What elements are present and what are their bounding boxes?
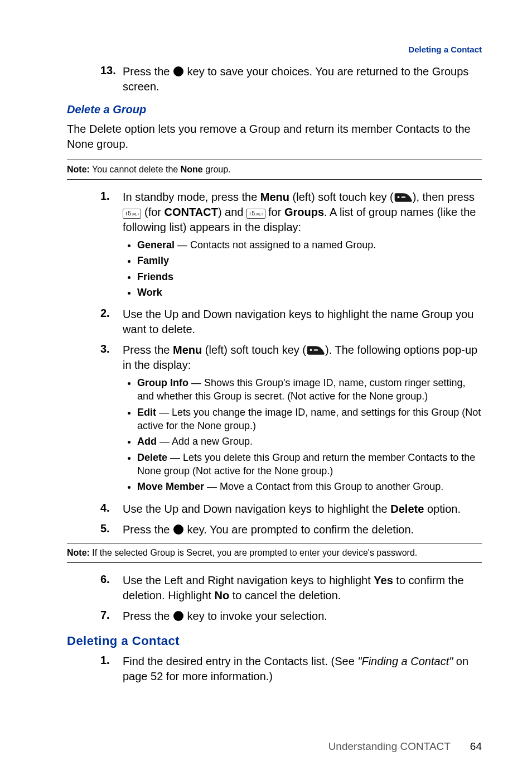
note-label: Note: bbox=[67, 548, 90, 557]
note-label: Note: bbox=[67, 165, 90, 174]
left-soft-key-icon bbox=[394, 193, 413, 202]
ok-key-icon bbox=[173, 524, 184, 535]
step-text: Find the desired entry in the Contacts l… bbox=[123, 654, 482, 684]
step-6: 6. Use the Left and Right navigation key… bbox=[100, 573, 482, 603]
note-callout: Note: You cannot delete the None group. bbox=[67, 160, 482, 180]
text: You cannot delete the bbox=[90, 165, 181, 174]
bold-text: CONTACT bbox=[165, 206, 218, 218]
step-3: 3. Press the Menu (left) soft touch key … bbox=[100, 343, 482, 495]
step-text: Press the key. You are prompted to confi… bbox=[123, 522, 482, 537]
page-content: Deleting a Contact 13. Press the key to … bbox=[0, 0, 532, 775]
text: (left) soft touch key ( bbox=[202, 344, 306, 356]
bold-text: Work bbox=[137, 287, 162, 298]
step-number: 5. bbox=[100, 522, 123, 537]
cross-reference-link: "Finding a Contact" bbox=[357, 655, 453, 667]
step-text: Use the Up and Down navigation keys to h… bbox=[123, 502, 482, 517]
bold-text: Menu bbox=[173, 344, 202, 356]
text: In standby mode, press the bbox=[123, 191, 260, 203]
ok-key-icon bbox=[173, 66, 184, 77]
text: option. bbox=[424, 503, 461, 515]
list-item: Edit — Lets you change the image ID, nam… bbox=[137, 406, 482, 433]
list-item: Move Member — Move a Contact from this G… bbox=[137, 480, 482, 493]
step-number: 13. bbox=[100, 64, 123, 94]
step-1b: 1. Find the desired entry in the Contact… bbox=[100, 654, 482, 684]
step-text: Press the key to invoke your selection. bbox=[123, 609, 482, 624]
text: Press the bbox=[123, 610, 173, 622]
text: — Add a new Group. bbox=[157, 436, 253, 447]
text: Use the Up and Down navigation keys to h… bbox=[123, 503, 390, 515]
text: Press the bbox=[123, 344, 173, 356]
step-1: 1. In standby mode, press the Menu (left… bbox=[100, 190, 482, 301]
step-number: 7. bbox=[100, 609, 123, 624]
list-item: Add — Add a new Group. bbox=[137, 435, 482, 448]
text: for bbox=[265, 206, 284, 218]
bold-text: Add bbox=[137, 436, 157, 447]
bold-text: Group Info bbox=[137, 377, 188, 388]
step-number: 2. bbox=[100, 307, 123, 337]
text: to cancel the deletion. bbox=[229, 589, 341, 601]
text: Find the desired entry in the Contacts l… bbox=[123, 655, 357, 667]
bold-text: General bbox=[137, 239, 175, 251]
bold-text: No bbox=[215, 589, 230, 601]
section-crossref: Deleting a Contact bbox=[67, 45, 482, 54]
list-item: Work bbox=[137, 286, 482, 299]
text: If the selected Group is Secret, you are… bbox=[90, 548, 417, 557]
bold-text: Delete bbox=[390, 503, 424, 515]
step-text: Press the Menu (left) soft touch key ().… bbox=[123, 343, 482, 495]
list-item: General — Contacts not assigned to a nam… bbox=[137, 238, 482, 252]
bold-text: Groups bbox=[284, 206, 324, 218]
step-text: Press the key to save your choices. You … bbox=[123, 64, 482, 94]
key-5-icon bbox=[123, 209, 141, 219]
bold-text: Friends bbox=[137, 271, 173, 282]
page-number: 64 bbox=[470, 740, 482, 753]
bold-text: Family bbox=[137, 255, 169, 266]
bold-text: None bbox=[181, 165, 203, 174]
note-callout: Note: If the selected Group is Secret, y… bbox=[67, 543, 482, 563]
text: — Lets you delete this Group and return … bbox=[137, 452, 475, 476]
chapter-title: Understanding CONTACT bbox=[328, 740, 451, 752]
bold-text: Menu bbox=[260, 191, 289, 203]
step-text: In standby mode, press the Menu (left) s… bbox=[123, 190, 482, 301]
bold-text: Yes bbox=[374, 574, 393, 586]
text: — Move a Contact from this Group to anot… bbox=[204, 481, 443, 492]
text: (left) soft touch key ( bbox=[289, 191, 394, 203]
step-text: Use the Left and Right navigation keys t… bbox=[123, 573, 482, 603]
text: group. bbox=[203, 165, 231, 174]
bold-text: Move Member bbox=[137, 481, 204, 492]
text: — Lets you change the image ID, name, an… bbox=[137, 407, 481, 431]
ok-key-icon bbox=[173, 610, 184, 622]
text: ), then press bbox=[413, 191, 475, 203]
paragraph: The Delete option lets you remove a Grou… bbox=[67, 122, 482, 152]
sub-list: Group Info — Shows this Group's image ID… bbox=[123, 376, 482, 493]
list-item: Delete — Lets you delete this Group and … bbox=[137, 451, 482, 478]
text: ) and bbox=[218, 206, 246, 218]
key-5-icon bbox=[246, 209, 265, 219]
step-number: 4. bbox=[100, 502, 123, 517]
step-number: 1. bbox=[100, 190, 123, 301]
step-text: Use the Up and Down navigation keys to h… bbox=[123, 307, 482, 337]
step-number: 6. bbox=[100, 573, 123, 603]
list-item: Group Info — Shows this Group's image ID… bbox=[137, 376, 482, 403]
step-4: 4. Use the Up and Down navigation keys t… bbox=[100, 502, 482, 517]
text: — Contacts not assigned to a named Group… bbox=[175, 239, 376, 251]
bold-text: Edit bbox=[137, 407, 156, 418]
step-number: 3. bbox=[100, 343, 123, 495]
list-item: Family bbox=[137, 254, 482, 267]
step-13: 13. Press the key to save your choices. … bbox=[100, 64, 482, 94]
text: key to invoke your selection. bbox=[184, 610, 327, 622]
step-2: 2. Use the Up and Down navigation keys t… bbox=[100, 307, 482, 337]
step-number: 1. bbox=[100, 654, 123, 684]
text: Use the Left and Right navigation keys t… bbox=[123, 574, 374, 586]
text: key. You are prompted to confirm the del… bbox=[184, 523, 414, 536]
section-heading: Deleting a Contact bbox=[67, 634, 482, 648]
list-item: Friends bbox=[137, 270, 482, 283]
step-7: 7. Press the key to invoke your selectio… bbox=[100, 609, 482, 624]
sub-list: General — Contacts not assigned to a nam… bbox=[123, 238, 482, 299]
subsection-heading: Delete a Group bbox=[67, 103, 482, 116]
text: Press the bbox=[123, 65, 173, 78]
page-footer: Understanding CONTACT 64 bbox=[328, 740, 482, 753]
text: Press the bbox=[123, 523, 173, 536]
text: (for bbox=[141, 206, 164, 218]
step-5: 5. Press the key. You are prompted to co… bbox=[100, 522, 482, 537]
left-soft-key-icon bbox=[306, 346, 325, 355]
